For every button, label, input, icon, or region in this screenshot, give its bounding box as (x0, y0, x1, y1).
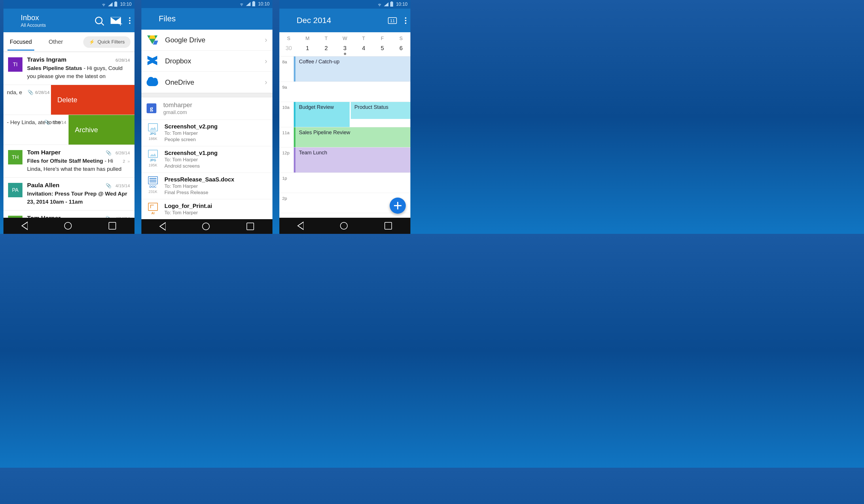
file-recipient: To: Tom Harper (165, 131, 267, 136)
tab-focused[interactable]: Focused (8, 33, 34, 50)
email-list[interactable]: TI Travis Ingram 6/28/14 Sales Pipeline … (3, 52, 134, 218)
file-recipient: To: Tom Harper (165, 157, 267, 163)
file-type: AI (152, 212, 155, 215)
email-date: 6/28/14 (116, 150, 130, 155)
doc-file-icon (148, 176, 158, 184)
compose-button[interactable] (111, 17, 121, 24)
nav-back-icon[interactable] (298, 222, 303, 229)
google-icon: g (147, 104, 156, 113)
account-row[interactable]: g tomharper gmail.com (141, 97, 273, 120)
sender: Tom Harper (27, 215, 60, 218)
quick-filters-button[interactable]: ⚡ Quick Filters (83, 36, 131, 48)
nav-home-icon[interactable] (64, 222, 72, 229)
file-desc: Final Press Release (165, 190, 267, 195)
thread-count: 2 (123, 158, 125, 165)
weekday: T (317, 36, 336, 41)
subject: Invitation: Press Tour Prep @ Wed Apr 23… (27, 191, 127, 205)
signal-icon (246, 2, 251, 6)
overflow-menu-icon[interactable] (129, 17, 131, 24)
file-row[interactable]: DOC231K PressRelease_SaaS.docx To: Tom H… (141, 172, 273, 199)
app-bar: Dec 2014 11 (279, 9, 410, 32)
weekday: S (279, 36, 298, 41)
status-bar: 10:10 (279, 0, 410, 9)
today-button[interactable]: 11 (388, 17, 397, 24)
nav-home-icon[interactable] (202, 223, 210, 230)
provider-google-drive[interactable]: Google Drive › (141, 30, 273, 51)
attachment-icon: 📎 (106, 216, 111, 218)
subject: Files for Offsite Staff Meeting (27, 158, 103, 164)
date-cell-selected[interactable]: 3 (336, 45, 354, 51)
menu-icon[interactable] (284, 18, 290, 23)
clock: 10:10 (258, 1, 269, 7)
hour-label: 2p (279, 193, 294, 213)
avatar: TH (8, 150, 23, 165)
date-cell[interactable]: 6 (392, 45, 410, 51)
app-bar: Files (141, 8, 273, 30)
nav-back-icon[interactable] (22, 222, 28, 229)
provider-onedrive[interactable]: OneDrive › (141, 72, 273, 93)
provider-label: Google Drive (165, 36, 265, 44)
event-pipeline[interactable]: Sales Pipeline Review (294, 127, 410, 147)
event-budget[interactable]: Budget Review (294, 102, 350, 127)
overflow-menu-icon[interactable] (405, 17, 406, 24)
nav-back-icon[interactable] (160, 223, 166, 230)
chevron-right-icon: › (265, 78, 267, 87)
date-cell[interactable]: 2 (317, 45, 336, 51)
email-row-swiped[interactable]: 📎6/28/14 - Hey Linda, ate to the Archive (3, 115, 134, 145)
file-type: JPG (150, 158, 156, 162)
email-date: 4/15/14 (116, 183, 130, 188)
chevron-right-icon: » (128, 158, 130, 165)
clock: 10:10 (396, 2, 408, 7)
event-product[interactable]: Product Status (351, 102, 410, 119)
add-event-fab[interactable] (390, 197, 406, 214)
image-file-icon (148, 150, 158, 158)
date-cell[interactable]: 4 (354, 45, 373, 51)
day-view[interactable]: 8a Coffee / Catch-up 9a 10a Budget Revie… (279, 57, 410, 218)
nav-home-icon[interactable] (340, 222, 348, 229)
avatar: TH (8, 216, 23, 218)
chevron-right-icon: › (265, 35, 267, 44)
event-coffee[interactable]: Coffee / Catch-up (294, 57, 410, 82)
subject: Sales Pipeline Status (27, 65, 82, 71)
email-row[interactable]: TH Tom Harper 📎4/14/14 Fwd: Key Customer… (3, 210, 134, 218)
provider-dropbox[interactable]: Dropbox › (141, 51, 273, 72)
event-lunch[interactable]: Team Lunch (294, 147, 410, 172)
hour-label: 10a (279, 102, 294, 127)
email-row[interactable]: TH Tom Harper 📎6/28/14 Files for Offsite… (3, 145, 134, 177)
file-recipient: To: Tom Harper (165, 210, 267, 216)
date-cell[interactable]: 30 (279, 45, 298, 51)
menu-icon[interactable] (145, 16, 152, 21)
nav-recent-icon[interactable] (247, 223, 254, 230)
nav-recent-icon[interactable] (109, 222, 116, 229)
email-row[interactable]: PA Paula Allen 📎4/15/14 Invitation: Pres… (3, 177, 134, 210)
status-bar: 10:10 (3, 0, 134, 9)
nav-recent-icon[interactable] (384, 222, 392, 229)
search-button[interactable] (95, 17, 103, 24)
email-row-swiped[interactable]: 📎6/28/14 nda, e Delete (3, 85, 134, 115)
page-title: Dec 2014 (297, 16, 388, 25)
week-row: 30 1 2 3 4 5 6 (279, 43, 410, 57)
file-row[interactable]: JPG186K Screenshot_v2.png To: Tom Harper… (141, 120, 273, 146)
email-row[interactable]: TI Travis Ingram 6/28/14 Sales Pipeline … (3, 52, 134, 85)
date-cell[interactable]: 1 (298, 45, 317, 51)
wifi-icon (101, 2, 106, 6)
screen-calendar: 10:10 Dec 2014 11 S M T W T F S 30 1 2 3… (279, 0, 410, 234)
account-name: tomharper (163, 101, 192, 109)
image-file-icon (148, 123, 158, 131)
file-row[interactable]: JPG195K Screenshot_v1.png To: Tom Harper… (141, 146, 273, 172)
file-row[interactable]: AI Logo_for_Print.ai To: Tom Harper (141, 199, 273, 219)
swipe-delete-action[interactable]: Delete (51, 85, 134, 115)
dropbox-icon (147, 57, 158, 66)
swipe-archive-action[interactable]: Archive (69, 115, 134, 145)
file-size: 195K (148, 163, 157, 167)
onedrive-icon (147, 79, 158, 86)
weekday: T (354, 36, 373, 41)
date-cell[interactable]: 5 (373, 45, 392, 51)
tab-other[interactable]: Other (46, 33, 65, 50)
hour-label: 12p (279, 147, 294, 172)
provider-label: OneDrive (165, 78, 265, 86)
menu-icon[interactable] (8, 18, 14, 23)
screen-files: 10:10 Files Google Drive › Dropbox › One… (141, 0, 273, 234)
chevron-right-icon: › (265, 57, 267, 66)
page-title: Files (159, 14, 268, 23)
